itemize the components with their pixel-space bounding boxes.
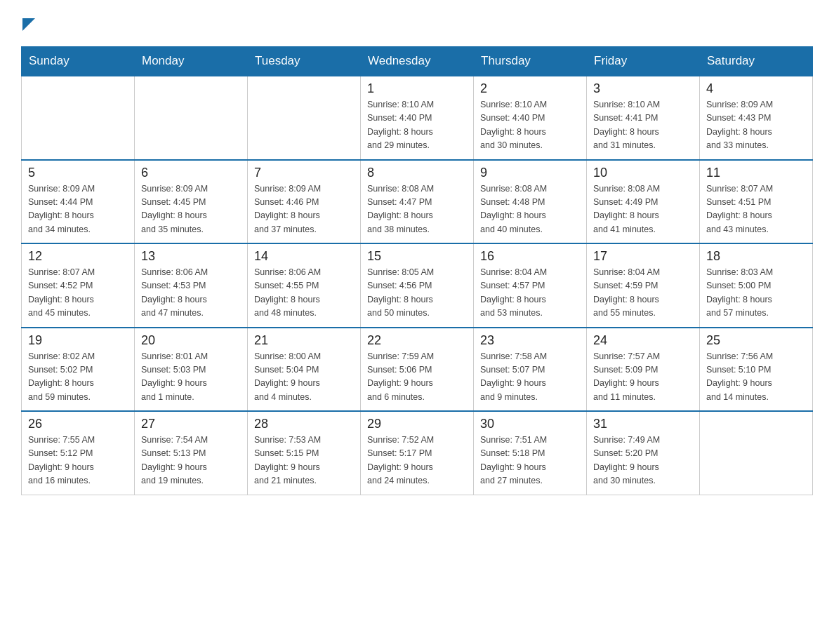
day-number: 11 bbox=[706, 166, 806, 180]
day-number: 14 bbox=[254, 249, 354, 264]
day-number: 27 bbox=[141, 417, 241, 431]
day-number: 4 bbox=[706, 81, 806, 96]
day-number: 15 bbox=[367, 249, 467, 264]
day-number: 2 bbox=[480, 81, 580, 96]
day-info: Sunrise: 8:07 AMSunset: 4:52 PMDaylight:… bbox=[28, 266, 128, 321]
day-info: Sunrise: 7:54 AMSunset: 5:13 PMDaylight:… bbox=[141, 434, 241, 488]
day-info: Sunrise: 8:06 AMSunset: 4:55 PMDaylight:… bbox=[254, 266, 354, 321]
day-number: 9 bbox=[480, 166, 580, 180]
col-header-wednesday: Wednesday bbox=[361, 47, 474, 76]
day-info: Sunrise: 8:00 AMSunset: 5:04 PMDaylight:… bbox=[254, 350, 354, 405]
day-info: Sunrise: 8:04 AMSunset: 4:59 PMDaylight:… bbox=[593, 266, 693, 321]
calendar-cell bbox=[700, 411, 813, 495]
day-number: 18 bbox=[706, 249, 806, 264]
week-row-1: 1Sunrise: 8:10 AMSunset: 4:40 PMDaylight… bbox=[22, 76, 813, 160]
day-number: 21 bbox=[254, 333, 354, 348]
calendar-cell: 3Sunrise: 8:10 AMSunset: 4:41 PMDaylight… bbox=[587, 76, 700, 160]
week-row-2: 5Sunrise: 8:09 AMSunset: 4:44 PMDaylight… bbox=[22, 160, 813, 244]
day-info: Sunrise: 7:51 AMSunset: 5:18 PMDaylight:… bbox=[480, 434, 580, 488]
col-header-thursday: Thursday bbox=[474, 47, 587, 76]
calendar-cell: 13Sunrise: 8:06 AMSunset: 4:53 PMDayligh… bbox=[135, 243, 248, 328]
day-number: 7 bbox=[254, 166, 354, 180]
calendar-cell: 12Sunrise: 8:07 AMSunset: 4:52 PMDayligh… bbox=[22, 243, 135, 328]
calendar-cell: 17Sunrise: 8:04 AMSunset: 4:59 PMDayligh… bbox=[587, 243, 700, 328]
calendar-cell: 20Sunrise: 8:01 AMSunset: 5:03 PMDayligh… bbox=[135, 328, 248, 412]
calendar-cell: 26Sunrise: 7:55 AMSunset: 5:12 PMDayligh… bbox=[22, 411, 135, 495]
svg-marker-0 bbox=[22, 18, 35, 31]
day-info: Sunrise: 8:10 AMSunset: 4:40 PMDaylight:… bbox=[367, 98, 467, 153]
day-number: 25 bbox=[706, 333, 806, 348]
day-info: Sunrise: 8:09 AMSunset: 4:43 PMDaylight:… bbox=[706, 98, 806, 153]
day-info: Sunrise: 7:53 AMSunset: 5:15 PMDaylight:… bbox=[254, 434, 354, 488]
calendar-cell: 10Sunrise: 8:08 AMSunset: 4:49 PMDayligh… bbox=[587, 160, 700, 244]
calendar-cell: 19Sunrise: 8:02 AMSunset: 5:02 PMDayligh… bbox=[22, 328, 135, 412]
day-info: Sunrise: 7:49 AMSunset: 5:20 PMDaylight:… bbox=[593, 434, 693, 488]
calendar-header-row: SundayMondayTuesdayWednesdayThursdayFrid… bbox=[22, 47, 813, 76]
calendar-cell: 31Sunrise: 7:49 AMSunset: 5:20 PMDayligh… bbox=[587, 411, 700, 495]
week-row-3: 12Sunrise: 8:07 AMSunset: 4:52 PMDayligh… bbox=[22, 243, 813, 328]
calendar-cell: 29Sunrise: 7:52 AMSunset: 5:17 PMDayligh… bbox=[361, 411, 474, 495]
calendar-cell: 15Sunrise: 8:05 AMSunset: 4:56 PMDayligh… bbox=[361, 243, 474, 328]
calendar-cell: 4Sunrise: 8:09 AMSunset: 4:43 PMDaylight… bbox=[700, 76, 813, 160]
calendar-cell: 7Sunrise: 8:09 AMSunset: 4:46 PMDaylight… bbox=[248, 160, 361, 244]
calendar-cell: 23Sunrise: 7:58 AMSunset: 5:07 PMDayligh… bbox=[474, 328, 587, 412]
day-info: Sunrise: 8:10 AMSunset: 4:40 PMDaylight:… bbox=[480, 98, 580, 153]
day-info: Sunrise: 7:56 AMSunset: 5:10 PMDaylight:… bbox=[706, 350, 806, 405]
day-number: 24 bbox=[593, 333, 693, 348]
calendar-cell: 1Sunrise: 8:10 AMSunset: 4:40 PMDaylight… bbox=[361, 76, 474, 160]
day-number: 1 bbox=[367, 81, 467, 96]
calendar-cell: 30Sunrise: 7:51 AMSunset: 5:18 PMDayligh… bbox=[474, 411, 587, 495]
day-info: Sunrise: 8:08 AMSunset: 4:49 PMDaylight:… bbox=[593, 182, 693, 237]
day-info: Sunrise: 7:57 AMSunset: 5:09 PMDaylight:… bbox=[593, 350, 693, 405]
day-number: 10 bbox=[593, 166, 693, 180]
calendar-cell: 21Sunrise: 8:00 AMSunset: 5:04 PMDayligh… bbox=[248, 328, 361, 412]
day-info: Sunrise: 8:08 AMSunset: 4:48 PMDaylight:… bbox=[480, 182, 580, 237]
col-header-monday: Monday bbox=[135, 47, 248, 76]
week-row-4: 19Sunrise: 8:02 AMSunset: 5:02 PMDayligh… bbox=[22, 328, 813, 412]
day-info: Sunrise: 7:52 AMSunset: 5:17 PMDaylight:… bbox=[367, 434, 467, 488]
calendar-cell bbox=[248, 76, 361, 160]
day-info: Sunrise: 8:09 AMSunset: 4:44 PMDaylight:… bbox=[28, 182, 128, 237]
day-info: Sunrise: 8:08 AMSunset: 4:47 PMDaylight:… bbox=[367, 182, 467, 237]
calendar-cell: 9Sunrise: 8:08 AMSunset: 4:48 PMDaylight… bbox=[474, 160, 587, 244]
day-number: 23 bbox=[480, 333, 580, 348]
day-number: 29 bbox=[367, 417, 467, 431]
day-info: Sunrise: 8:06 AMSunset: 4:53 PMDaylight:… bbox=[141, 266, 241, 321]
day-info: Sunrise: 8:10 AMSunset: 4:41 PMDaylight:… bbox=[593, 98, 693, 153]
day-number: 17 bbox=[593, 249, 693, 264]
calendar-cell: 6Sunrise: 8:09 AMSunset: 4:45 PMDaylight… bbox=[135, 160, 248, 244]
day-info: Sunrise: 8:02 AMSunset: 5:02 PMDaylight:… bbox=[28, 350, 128, 405]
calendar-cell: 5Sunrise: 8:09 AMSunset: 4:44 PMDaylight… bbox=[22, 160, 135, 244]
day-info: Sunrise: 7:55 AMSunset: 5:12 PMDaylight:… bbox=[28, 434, 128, 488]
calendar-cell: 8Sunrise: 8:08 AMSunset: 4:47 PMDaylight… bbox=[361, 160, 474, 244]
calendar-cell: 22Sunrise: 7:59 AMSunset: 5:06 PMDayligh… bbox=[361, 328, 474, 412]
day-number: 28 bbox=[254, 417, 354, 431]
calendar-cell: 14Sunrise: 8:06 AMSunset: 4:55 PMDayligh… bbox=[248, 243, 361, 328]
calendar-cell: 25Sunrise: 7:56 AMSunset: 5:10 PMDayligh… bbox=[700, 328, 813, 412]
logo-arrow-icon bbox=[22, 18, 35, 31]
day-number: 13 bbox=[141, 249, 241, 264]
calendar-cell: 24Sunrise: 7:57 AMSunset: 5:09 PMDayligh… bbox=[587, 328, 700, 412]
calendar-cell bbox=[22, 76, 135, 160]
day-number: 22 bbox=[367, 333, 467, 348]
col-header-friday: Friday bbox=[587, 47, 700, 76]
calendar-cell: 11Sunrise: 8:07 AMSunset: 4:51 PMDayligh… bbox=[700, 160, 813, 244]
calendar-cell: 16Sunrise: 8:04 AMSunset: 4:57 PMDayligh… bbox=[474, 243, 587, 328]
day-number: 30 bbox=[480, 417, 580, 431]
day-number: 6 bbox=[141, 166, 241, 180]
day-number: 12 bbox=[28, 249, 128, 264]
calendar-cell: 18Sunrise: 8:03 AMSunset: 5:00 PMDayligh… bbox=[700, 243, 813, 328]
day-info: Sunrise: 8:03 AMSunset: 5:00 PMDaylight:… bbox=[706, 266, 806, 321]
day-number: 3 bbox=[593, 81, 693, 96]
day-number: 16 bbox=[480, 249, 580, 264]
col-header-tuesday: Tuesday bbox=[248, 47, 361, 76]
day-info: Sunrise: 7:58 AMSunset: 5:07 PMDaylight:… bbox=[480, 350, 580, 405]
col-header-sunday: Sunday bbox=[22, 47, 135, 76]
day-number: 31 bbox=[593, 417, 693, 431]
day-info: Sunrise: 8:09 AMSunset: 4:45 PMDaylight:… bbox=[141, 182, 241, 237]
calendar-table: SundayMondayTuesdayWednesdayThursdayFrid… bbox=[21, 46, 813, 495]
day-number: 5 bbox=[28, 166, 128, 180]
calendar-cell: 27Sunrise: 7:54 AMSunset: 5:13 PMDayligh… bbox=[135, 411, 248, 495]
day-number: 8 bbox=[367, 166, 467, 180]
day-info: Sunrise: 8:09 AMSunset: 4:46 PMDaylight:… bbox=[254, 182, 354, 237]
